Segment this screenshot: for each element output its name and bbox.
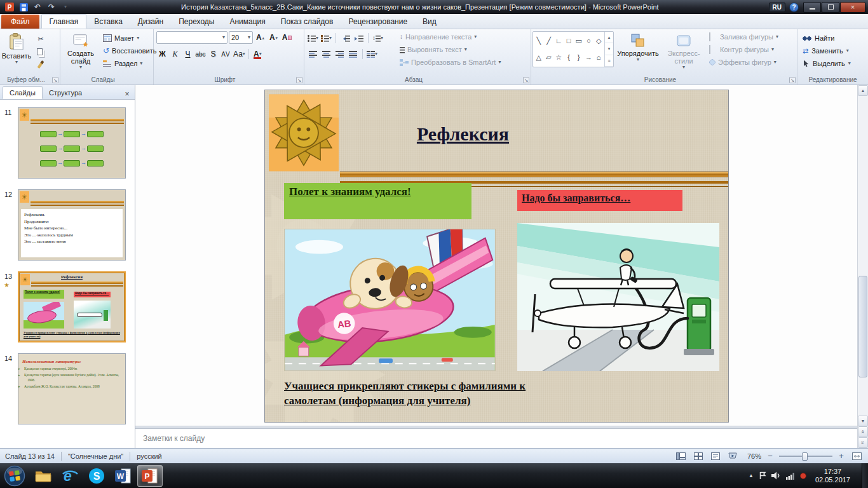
show-hidden-icons-button[interactable]: ▲ <box>749 473 754 478</box>
antivirus-tray-icon[interactable] <box>800 473 806 479</box>
zoom-in-button[interactable]: + <box>837 451 846 461</box>
cut-button[interactable]: ✂ <box>34 33 47 44</box>
shape-fill-button[interactable]: Заливка фигуры ▾ <box>709 30 778 43</box>
shape-outline-button[interactable]: Контур фигуры ▾ <box>709 43 778 56</box>
increase-indent-button[interactable] <box>353 32 365 44</box>
paragraph-dialog-launcher-icon[interactable]: ↘ <box>523 77 529 83</box>
font-size-combo[interactable]: 20 ▾ <box>229 31 253 44</box>
taskbar-powerpoint-button[interactable]: P <box>137 465 163 487</box>
shape-icon[interactable]: ◇ <box>596 37 601 45</box>
shape-icon[interactable]: ☆ <box>555 53 562 62</box>
shape-icon[interactable]: △ <box>536 53 541 62</box>
align-right-button[interactable] <box>334 48 346 60</box>
section-button[interactable]: Раздел ▾ <box>101 57 159 70</box>
slide-thumbnail-11[interactable]: 11 ☀ →→ →→ →→ <box>18 107 126 179</box>
quick-styles-button[interactable]: Экспресс-стили ▾ <box>661 30 707 74</box>
text-shadow-button[interactable]: S <box>207 48 219 60</box>
layout-button[interactable]: Макет ▾ <box>101 32 159 44</box>
convert-smartart-button[interactable]: Преобразовать в SmartArt ▾ <box>400 56 501 69</box>
zoom-out-button[interactable]: − <box>766 451 775 461</box>
refueling-image[interactable] <box>517 223 719 371</box>
red-textbox[interactable]: Надо бы заправиться… <box>517 190 682 211</box>
slide-sorter-view-button[interactable] <box>692 451 705 462</box>
scrollbar-thumb[interactable] <box>858 276 867 377</box>
align-center-button[interactable] <box>320 48 332 60</box>
shape-icon[interactable]: ⌂ <box>597 53 601 61</box>
tab-home[interactable]: Главная <box>41 14 87 29</box>
animation-star-icon[interactable]: ★ <box>4 281 10 288</box>
clear-formatting-button[interactable]: А <box>281 31 293 44</box>
fit-to-window-button[interactable] <box>850 451 863 462</box>
new-slide-button[interactable]: Создать слайд ▾ <box>62 30 100 74</box>
previous-slide-button[interactable]: « <box>858 426 868 437</box>
tab-animations[interactable]: Анимация <box>222 14 273 29</box>
green-textbox[interactable]: Полет к знаниям удался! <box>284 183 471 219</box>
show-desktop-button[interactable] <box>862 463 868 488</box>
align-left-button[interactable] <box>307 48 319 60</box>
undo-button[interactable]: ↶ <box>32 1 43 13</box>
zoom-level[interactable]: 76% <box>747 452 761 460</box>
slide-thumbnail-13[interactable]: 13 ★ ☀ Рефлексия Полет к знаниям удался!… <box>18 271 126 342</box>
taskbar-skype-button[interactable]: S <box>84 465 109 487</box>
shape-icon[interactable]: ▱ <box>546 53 551 62</box>
reading-view-button[interactable] <box>709 451 722 462</box>
language-status[interactable]: русский <box>137 452 161 460</box>
shape-effects-button[interactable]: Эффекты фигур ▾ <box>709 56 778 69</box>
shapes-more-button[interactable]: ≡ <box>605 55 613 67</box>
bold-button[interactable]: Ж <box>156 48 168 60</box>
bullets-button[interactable]: ▾ <box>307 32 319 44</box>
font-name-combo[interactable]: ▾ <box>156 31 227 44</box>
title-bar[interactable]: P ↶ ↷ ▾ История Казахстана_5класс_2В.Сак… <box>0 0 868 14</box>
taskbar-explorer-button[interactable] <box>31 465 56 487</box>
copy-button[interactable] <box>34 46 47 57</box>
language-indicator[interactable]: RU <box>769 3 785 12</box>
slide-thumbnail-12[interactable]: 12 ☀ Рефлексия. Продолжите: Мне было инт… <box>18 189 126 261</box>
notes-pane[interactable]: Заметки к слайду <box>135 429 857 448</box>
change-case-button[interactable]: Аа▾ <box>233 48 246 60</box>
minimize-button[interactable] <box>803 2 821 13</box>
slide-title[interactable]: Рефлексия <box>264 123 695 145</box>
tab-transitions[interactable]: Переходы <box>171 14 222 29</box>
slide-thumbnail-14[interactable]: 14 Использованная литература: ▸Қазақстан… <box>18 353 126 424</box>
slide-canvas[interactable]: Рефлексия Полет к знаниям удался! Надо б… <box>264 90 729 423</box>
vertical-scrollbar[interactable]: ▲ ▼ « « <box>857 85 868 448</box>
tab-view[interactable]: Вид <box>415 14 444 29</box>
save-button[interactable] <box>18 1 29 13</box>
paste-button[interactable]: Вставить ▾ <box>2 30 31 74</box>
help-button[interactable]: ? <box>789 3 799 12</box>
shape-icon[interactable]: ╲ <box>537 37 541 45</box>
taskbar-ie-button[interactable]: e <box>57 465 83 487</box>
zoom-slider-thumb[interactable] <box>802 452 808 461</box>
line-spacing-button[interactable]: ↕▾ <box>372 32 384 44</box>
volume-icon[interactable] <box>771 471 781 480</box>
start-button[interactable] <box>4 465 25 487</box>
taskbar-word-button[interactable]: W <box>111 465 136 487</box>
underline-button[interactable]: Ч <box>182 48 194 60</box>
arrange-button[interactable]: Упорядочить ▾ <box>616 30 660 74</box>
italic-button[interactable]: К <box>169 48 181 60</box>
qat-customize-button[interactable]: ▾ <box>60 1 71 13</box>
tab-slideshow[interactable]: Показ слайдов <box>273 14 341 29</box>
justify-button[interactable] <box>347 48 359 60</box>
airplane-dog-image[interactable]: АВ <box>284 229 496 371</box>
scroll-up-button[interactable]: ▲ <box>858 85 868 96</box>
shape-icon[interactable]: → <box>585 53 592 61</box>
panel-close-button[interactable]: × <box>122 89 132 99</box>
shape-icon[interactable]: ╱ <box>546 37 551 45</box>
network-icon[interactable] <box>786 472 795 480</box>
caption-textbox[interactable]: Учащиеся прикрепляют стикеры с фамилиями… <box>284 379 564 409</box>
character-spacing-button[interactable]: AV <box>220 48 232 60</box>
shape-icon[interactable]: □ <box>567 37 571 44</box>
reset-button[interactable]: ↺ Восстановить <box>101 44 159 57</box>
shape-icon[interactable]: { <box>567 53 570 61</box>
numbering-button[interactable]: ▾ <box>320 32 332 44</box>
tab-design[interactable]: Дизайн <box>130 14 171 29</box>
shape-icon[interactable]: ▭ <box>576 37 582 45</box>
close-button[interactable]: × <box>840 2 865 13</box>
find-button[interactable]: Найти <box>803 32 851 44</box>
taskbar-clock[interactable]: 17:37 02.05.2017 <box>815 468 850 484</box>
restore-button[interactable] <box>822 2 839 13</box>
shapes-scroll-up[interactable]: ▴ <box>605 32 613 43</box>
text-direction-button[interactable]: ↕ Направление текста ▾ <box>400 30 501 43</box>
shape-icon[interactable]: ○ <box>587 37 591 44</box>
